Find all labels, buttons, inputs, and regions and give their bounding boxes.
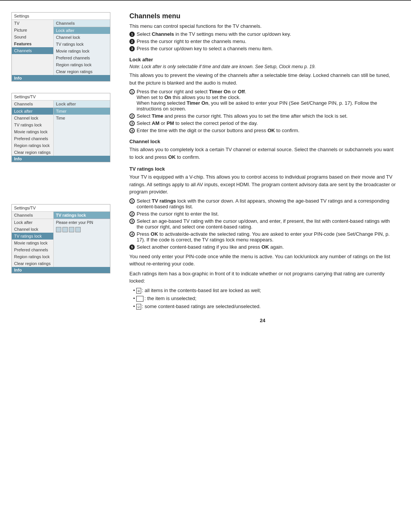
lockafter-step-1-text: Press the cursor right and select Timer … (137, 89, 396, 112)
panel1-right-regionratings[interactable]: Region ratings lock (54, 61, 110, 68)
pin-box-3[interactable] (69, 227, 74, 232)
tvratings-step-4-text: Press OK to activate/de-activate the sel… (137, 231, 396, 243)
intro-step-3-text: Press the cursor up/down key to select a… (137, 46, 273, 51)
panel2-right-col: Lock after Timer Time (54, 101, 110, 156)
panel2-left-prefered[interactable]: Prefered channels (12, 135, 53, 142)
tvratings-num-4: 4 (129, 232, 135, 237)
panel2-right-time[interactable]: Time (54, 115, 110, 121)
panel3-left-regionratings[interactable]: Region ratings lock (12, 253, 53, 260)
panel1-right-prefered[interactable]: Prefered channels (54, 54, 110, 61)
panel1-left-features[interactable]: Features (12, 40, 53, 47)
channellock-title: Channel lock (129, 139, 396, 144)
panel2-left-channellock[interactable]: Channel lock (12, 115, 53, 121)
subsection-tvratings: TV ratings lock Your TV is equipped with… (129, 166, 396, 310)
panel1-left-channels[interactable]: Channels (12, 47, 53, 54)
tvratings-step-2-text: Press the cursor right to enter the list… (137, 211, 219, 217)
lockafter-step-3-text: Select AM or PM to select the correct pe… (137, 120, 258, 126)
empty-box-icon (136, 296, 143, 302)
panel3-left-col: Channels Lock after Channel lock TV rati… (12, 212, 54, 267)
subsection-lockafter: Lock after Note: Lock after is only sele… (129, 57, 396, 133)
intro-step-2-text: Press the cursor right to enter the chan… (137, 38, 246, 44)
panel1-right-lockafter[interactable]: Lock after (54, 27, 110, 34)
intro-step-2: 2 Press the cursor right to enter the ch… (129, 38, 396, 44)
tvratings-num-2: 2 (129, 211, 135, 217)
panel1-right-col: Channels Lock after Channel lock TV rati… (54, 20, 110, 75)
panel2-right-colheader: Lock after (54, 101, 110, 108)
tvratings-body3: Each ratings item has a box-graphic in f… (129, 270, 396, 285)
panel2-left-regionratings[interactable]: Region ratings lock (12, 142, 53, 149)
step-num-1: 1 (129, 32, 135, 37)
panel1-left-tv[interactable]: TV (12, 20, 53, 27)
panel1-right-movieratings[interactable]: Movie ratings lock (54, 48, 110, 54)
panel-2: Settings/TV Channels Lock after Channel … (11, 93, 110, 162)
intro-step-1: 1 Select Channels in the TV settings men… (129, 31, 396, 37)
intro-step-3: 3 Press the cursor up/down key to select… (129, 46, 396, 51)
intro-text: This menu can control special functions … (129, 23, 396, 29)
panel3-left-movieratings[interactable]: Movie ratings lock (12, 240, 53, 246)
tvratings-bullet-2: : the item is unselected; (133, 295, 396, 302)
panel1-header: Settings (12, 13, 110, 20)
panel3-pin-prompt: Please enter your PIN (54, 219, 110, 226)
tvratings-body1: Your TV is equipped with a V-chip. This … (129, 173, 396, 196)
lockafter-num-2: 2 (129, 113, 135, 119)
tvratings-step-4: 4 Press OK to activate/de-activate the s… (129, 231, 396, 243)
panel1-right-header: Channels (54, 20, 110, 27)
panel3-left-prefered[interactable]: Prefered channels (12, 246, 53, 253)
lockafter-num-1: 1 (129, 89, 135, 94)
panel1-left-picture[interactable]: Picture (12, 27, 53, 34)
panel1-left-col: TV Picture Sound Features Channels (12, 20, 54, 75)
lockafter-step-1: 1 Press the cursor right and select Time… (129, 89, 396, 112)
panel-1: Settings TV Picture Sound Features Chann… (11, 12, 110, 81)
lockafter-step-4-text: Enter the time with the digit or the cur… (137, 128, 299, 133)
panel3-left-channellock[interactable]: Channel lock (12, 226, 53, 233)
panel2-left-col: Channels Lock after Channel lock TV rati… (12, 101, 54, 156)
left-column: Settings TV Picture Sound Features Chann… (0, 1, 118, 532)
panel3-header: Settings/TV (12, 204, 110, 212)
panel3-left-lockafter[interactable]: Lock after (12, 219, 53, 226)
step-num-3: 3 (129, 46, 135, 51)
tvratings-bullets: ☒: all items in the contents-based list … (133, 287, 396, 310)
half-box-icon: ☑ (136, 304, 141, 310)
panel3-right-col: TV ratings lock Please enter your PIN (54, 212, 110, 267)
tvratings-step-5-text: Select another content-based rating if y… (137, 244, 284, 250)
tvratings-step-2: 2 Press the cursor right to enter the li… (129, 211, 396, 217)
lockafter-step-4: 4 Enter the time with the digit or the c… (129, 128, 396, 133)
tvratings-title: TV ratings lock (129, 166, 396, 172)
lockafter-body1: This allows you to prevent the viewing o… (129, 72, 396, 86)
tvratings-body2: You need only enter your PIN-code once w… (129, 253, 396, 268)
lockafter-title: Lock after (129, 57, 396, 62)
right-column: Channels menu This menu can control spec… (118, 1, 411, 532)
tvratings-step-1: 1 Select TV ratings lock with the cursor… (129, 198, 396, 209)
panel3-pin-boxes[interactable] (54, 226, 110, 233)
panel2-left-colheader: Channels (12, 101, 53, 108)
panel2-left-lockafter[interactable]: Lock after (12, 108, 53, 115)
panel1-left-sound[interactable]: Sound (12, 34, 53, 40)
panel3-left-clearregion[interactable]: Clear region ratings (12, 260, 53, 267)
lockafter-step-2: 2 Select Time and press the cursor right… (129, 113, 396, 119)
panel3-right-colheader: TV ratings lock (54, 212, 110, 219)
tvratings-num-1: 1 (129, 198, 135, 204)
panel2-left-clearregion[interactable]: Clear region ratings (12, 149, 53, 156)
panel2-left-tvratings[interactable]: TV ratings lock (12, 121, 53, 128)
lockafter-steps: 1 Press the cursor right and select Time… (129, 89, 396, 133)
tvratings-step-5: 5 Select another content-based rating if… (129, 244, 396, 250)
pin-box-2[interactable] (62, 227, 68, 232)
panel2-header: Settings/TV (12, 93, 110, 101)
lockafter-step-3: 3 Select AM or PM to select the correct … (129, 120, 396, 126)
panel1-right-channellock[interactable]: Channel lock (54, 34, 110, 41)
pin-box-4[interactable] (75, 227, 81, 232)
panel2-left-movieratings[interactable]: Movie ratings lock (12, 128, 53, 135)
panel1-right-clearregion[interactable]: Clear region ratings (54, 68, 110, 75)
panel3-left-tvratings[interactable]: TV ratings lock (12, 233, 53, 240)
panel2-right-timer[interactable]: Timer (54, 108, 110, 115)
tvratings-num-5: 5 (129, 244, 135, 250)
pin-box-1[interactable] (56, 227, 61, 232)
panel1-right-tvratings[interactable]: TV ratings lock (54, 41, 110, 48)
subsection-channellock: Channel lock This allows you to complete… (129, 139, 396, 161)
intro-step-1-text: Select Channels in the TV settings menu … (137, 31, 291, 37)
tvratings-num-3: 3 (129, 219, 135, 224)
panel2-info-bar: Info (12, 156, 110, 162)
lockafter-num-3: 3 (129, 121, 135, 126)
step-num-2: 2 (129, 39, 135, 44)
tvratings-bullet-3: ☑: some content-based ratings are select… (133, 303, 396, 310)
